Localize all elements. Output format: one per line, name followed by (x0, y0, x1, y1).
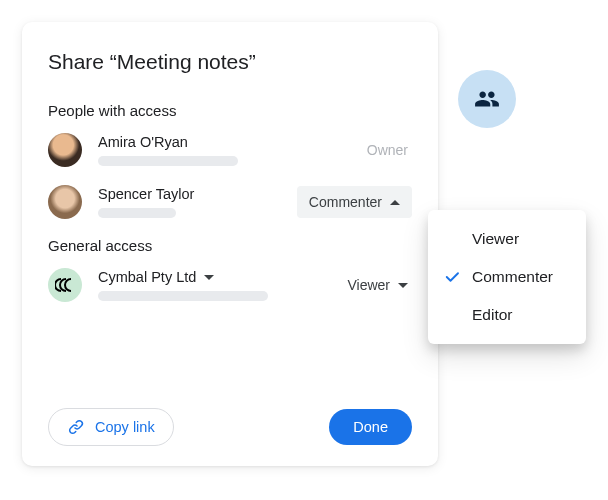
org-name-dropdown[interactable]: Cymbal Pty Ltd (98, 269, 347, 285)
role-option-label: Viewer (472, 230, 519, 248)
role-dropdown-viewer[interactable]: Viewer (347, 277, 412, 293)
person-info: Spencer Taylor (98, 186, 297, 218)
role-label-owner: Owner (367, 142, 412, 158)
role-menu: Viewer Commenter Editor (428, 210, 586, 344)
avatar (48, 133, 82, 167)
caret-down-icon (204, 275, 214, 280)
role-dropdown-label: Commenter (309, 194, 382, 210)
role-option-commenter[interactable]: Commenter (428, 258, 586, 296)
general-section-label: General access (48, 237, 412, 254)
role-option-viewer[interactable]: Viewer (428, 220, 586, 258)
caret-down-icon (398, 283, 408, 288)
copy-link-label: Copy link (95, 419, 155, 435)
person-row: Amira O'Ryan Owner (48, 133, 412, 167)
org-info: Cymbal Pty Ltd (98, 269, 347, 301)
done-button[interactable]: Done (329, 409, 412, 445)
check-icon (442, 268, 462, 286)
person-email-skeleton (98, 156, 238, 166)
caret-up-icon (390, 200, 400, 205)
person-row: Spencer Taylor Commenter (48, 185, 412, 219)
org-desc-skeleton (98, 291, 268, 301)
share-dialog: Share “Meeting notes” People with access… (22, 22, 438, 466)
role-dropdown-commenter[interactable]: Commenter (297, 186, 412, 218)
org-name-label: Cymbal Pty Ltd (98, 269, 196, 285)
person-name: Amira O'Ryan (98, 134, 367, 150)
role-option-label: Commenter (472, 268, 553, 286)
copy-link-button[interactable]: Copy link (48, 408, 174, 446)
link-icon (67, 418, 85, 436)
people-section-label: People with access (48, 102, 412, 119)
role-option-editor[interactable]: Editor (428, 296, 586, 334)
group-badge (458, 70, 516, 128)
person-name: Spencer Taylor (98, 186, 297, 202)
dialog-footer: Copy link Done (48, 408, 412, 446)
org-row: Cymbal Pty Ltd Viewer (48, 268, 412, 302)
person-email-skeleton (98, 208, 176, 218)
role-option-label: Editor (472, 306, 513, 324)
dialog-title: Share “Meeting notes” (48, 50, 412, 74)
org-avatar (48, 268, 82, 302)
org-logo-icon (55, 278, 75, 292)
person-info: Amira O'Ryan (98, 134, 367, 166)
avatar (48, 185, 82, 219)
role-dropdown-label: Viewer (347, 277, 390, 293)
group-icon (474, 86, 500, 112)
